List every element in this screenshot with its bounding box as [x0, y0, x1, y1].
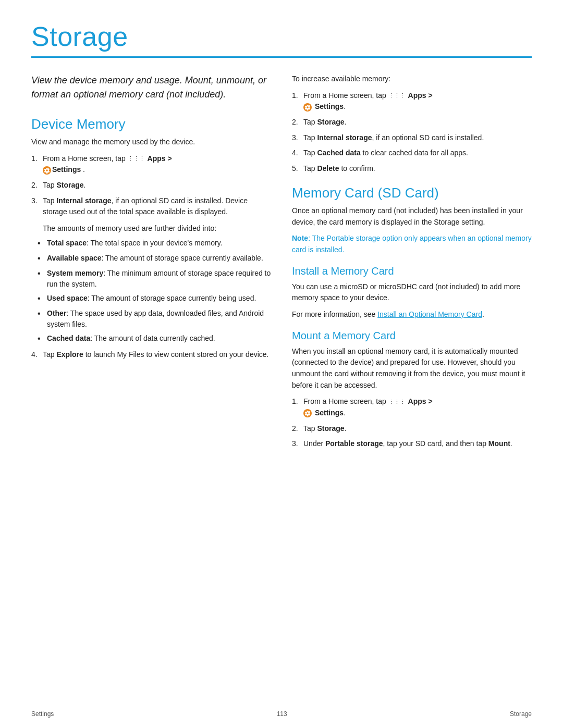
bullet-total-space-text: Total space: The total space in your dev…: [47, 238, 223, 250]
install-more-info: For more information, see Install an Opt…: [292, 309, 532, 320]
right-step-5: 5. Tap Delete to confirm.: [292, 163, 532, 175]
step-4-list: 4. Tap Explore to launch My Files to vie…: [31, 349, 271, 361]
mount-step-1-num: 1.: [292, 396, 303, 418]
step-4-bold: Explore: [56, 350, 83, 359]
right-step-5-content: Tap Delete to confirm.: [303, 163, 532, 175]
page-title: Storage: [31, 21, 532, 52]
bullet-used-space-text: Used space: The amount of storage space …: [47, 293, 256, 305]
note-bold: Note: [292, 234, 308, 242]
mount-step-3-content: Under Portable storage, tap your SD card…: [303, 438, 532, 450]
footer-left: Settings: [31, 710, 54, 718]
increase-memory-intro: To increase available memory:: [292, 73, 532, 85]
step-2-num: 2.: [31, 180, 43, 191]
settings-icon: [43, 166, 51, 175]
step-1-content: From a Home screen, tap ⋮⋮⋮ Apps > Setti…: [43, 153, 271, 176]
note-text: Note: The Portable storage option only a…: [292, 233, 532, 255]
memory-card-description: Once an optional memory card (not includ…: [292, 205, 532, 228]
mount-steps: 1. From a Home screen, tap ⋮⋮⋮ Apps > Se…: [292, 396, 532, 450]
bullet-available-space: • Available space: The amount of storage…: [38, 253, 271, 265]
device-memory-description: View and manage the memory used by the d…: [31, 137, 271, 148]
bullet-other: • Other: The space used by app data, dow…: [38, 308, 271, 330]
right-step-2-num: 2.: [292, 117, 303, 128]
right-step-4-bold: Cached data: [317, 149, 360, 157]
install-memory-card-heading: Install a Memory Card: [292, 265, 532, 277]
mount-memory-card-heading: Mount a Memory Card: [292, 330, 532, 342]
step-3-content: Tap Internal storage, if an optional SD …: [43, 195, 271, 218]
mount-step-2-bold: Storage: [317, 424, 344, 433]
right-step-5-num: 5.: [292, 163, 303, 175]
step-2-content: Tap Storage.: [43, 180, 271, 191]
settings-label-mount: Settings: [315, 409, 344, 417]
bullet-system-memory-text: System memory: The minimum amount of sto…: [47, 268, 271, 290]
mount-step-3-num: 3.: [292, 438, 303, 450]
step-2: 2. Tap Storage.: [31, 180, 271, 191]
right-step-4-num: 4.: [292, 147, 303, 159]
apps-icon: ⋮⋮⋮: [128, 154, 145, 163]
apps-icon-mount: ⋮⋮⋮: [388, 398, 406, 406]
device-memory-steps: 1. From a Home screen, tap ⋮⋮⋮ Apps > Se…: [31, 153, 271, 218]
left-column: View the device memory and usage. Mount,…: [31, 73, 271, 455]
intro-text: View the device memory and usage. Mount,…: [31, 73, 271, 102]
apps-label: Apps >: [148, 154, 172, 163]
right-step-2-bold: Storage: [317, 118, 344, 126]
bullet-dot: •: [38, 237, 47, 250]
right-step-4-content: Tap Cached data to clear cached data for…: [303, 147, 532, 159]
mount-step-3: 3. Under Portable storage, tap your SD c…: [292, 438, 532, 450]
bullet-dot-2: •: [38, 252, 47, 265]
mount-step-1: 1. From a Home screen, tap ⋮⋮⋮ Apps > Se…: [292, 396, 532, 418]
right-step-5-bold: Delete: [317, 164, 339, 172]
mount-step-2-content: Tap Storage.: [303, 423, 532, 435]
header-section: Storage: [0, 0, 563, 52]
install-memory-card-description: You can use a microSD or microSDHC card …: [292, 281, 532, 304]
right-step-3-num: 3.: [292, 132, 303, 144]
memory-card-heading: Memory Card (SD Card): [292, 185, 532, 201]
bullet-other-text: Other: The space used by app data, downl…: [47, 308, 271, 330]
bullet-available-space-text: Available space: The amount of storage s…: [47, 253, 263, 265]
content-columns: View the device memory and usage. Mount,…: [0, 73, 563, 455]
right-step-2: 2. Tap Storage.: [292, 117, 532, 128]
step-4: 4. Tap Explore to launch My Files to vie…: [31, 349, 271, 361]
settings-icon-mount: [303, 409, 312, 417]
right-step-3-bold: Internal storage: [317, 133, 372, 142]
bullet-dot-3: •: [38, 267, 47, 290]
mount-step-3-bold1: Portable storage: [325, 439, 383, 448]
bullet-dot-5: •: [38, 307, 47, 330]
apps-label-mount: Apps >: [408, 397, 433, 405]
apps-icon-right: ⋮⋮⋮: [388, 91, 406, 100]
mount-step-1-content: From a Home screen, tap ⋮⋮⋮ Apps > Setti…: [303, 396, 532, 418]
bullet-dot-6: •: [38, 332, 47, 345]
bullet-dot-4: •: [38, 292, 47, 305]
footer-center: 113: [277, 710, 287, 718]
increase-memory-steps: 1. From a Home screen, tap ⋮⋮⋮ Apps > Se…: [292, 90, 532, 175]
bullet-system-memory: • System memory: The minimum amount of s…: [38, 268, 271, 290]
right-step-1-num: 1.: [292, 90, 303, 113]
right-step-3: 3. Tap Internal storage, if an optional …: [292, 132, 532, 144]
right-step-1: 1. From a Home screen, tap ⋮⋮⋮ Apps > Se…: [292, 90, 532, 113]
device-memory-heading: Device Memory: [31, 116, 271, 132]
divided-into-text: The amounts of memory used are further d…: [43, 223, 271, 235]
mount-memory-card-description: When you install an optional memory card…: [292, 346, 532, 391]
right-step-2-content: Tap Storage.: [303, 117, 532, 128]
right-step-1-content: From a Home screen, tap ⋮⋮⋮ Apps > Setti…: [303, 90, 532, 113]
step-3: 3. Tap Internal storage, if an optional …: [31, 195, 271, 218]
bullet-total-space: • Total space: The total space in your d…: [38, 238, 271, 250]
settings-label-1: Settings: [52, 165, 81, 174]
right-step-4: 4. Tap Cached data to clear cached data …: [292, 147, 532, 159]
footer: Settings 113 Storage: [0, 710, 563, 718]
footer-right: Storage: [510, 710, 532, 718]
bullet-cached-data: • Cached data: The amount of data curren…: [38, 333, 271, 345]
page: Storage View the device memory and usage…: [0, 0, 563, 728]
apps-label-right: Apps >: [408, 91, 433, 100]
right-step-3-content: Tap Internal storage, if an optional SD …: [303, 132, 532, 144]
install-link[interactable]: Install an Optional Memory Card: [377, 310, 482, 318]
step-2-bold: Storage: [56, 181, 83, 189]
step-1: 1. From a Home screen, tap ⋮⋮⋮ Apps > Se…: [31, 153, 271, 176]
step-1-num: 1.: [31, 153, 43, 176]
blue-divider: [31, 56, 532, 58]
step-3-num: 3.: [31, 195, 43, 218]
right-column: To increase available memory: 1. From a …: [292, 73, 532, 455]
memory-bullets: • Total space: The total space in your d…: [38, 238, 271, 345]
mount-step-2-num: 2.: [292, 423, 303, 435]
step-4-num: 4.: [31, 349, 43, 361]
settings-label-right-1: Settings: [315, 102, 344, 110]
